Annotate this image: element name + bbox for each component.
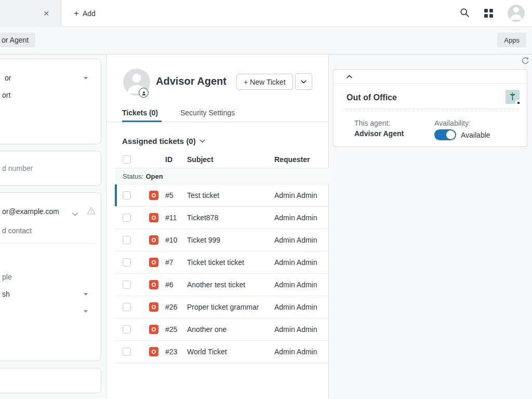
status-open-badge: O — [149, 235, 158, 245]
this-agent-label: This agent: — [354, 119, 434, 127]
assigned-tickets-toggle[interactable]: Assigned tickets (0) — [122, 137, 205, 145]
availability-label: Availability: — [434, 119, 520, 127]
column-header-subject[interactable]: Subject — [187, 155, 274, 164]
group-label: Status: — [123, 172, 143, 180]
ticket-requester: Admin Admin — [274, 325, 329, 334]
chevron-down-icon — [200, 139, 205, 143]
ticket-row[interactable]: O #6 Another test ticket Admin Admin — [115, 274, 329, 296]
page-title: Advisor Agent — [156, 75, 227, 87]
search-icon — [460, 8, 470, 19]
apps-button[interactable]: Apps — [497, 33, 526, 47]
refresh-icon — [521, 59, 529, 66]
row-checkbox[interactable] — [123, 281, 131, 289]
close-icon[interactable]: ✕ — [43, 10, 49, 17]
detail-field-label: ple — [2, 272, 12, 282]
ticket-subject[interactable]: Ticket878 — [187, 214, 274, 222]
add-button[interactable]: + Add — [70, 0, 100, 26]
tab-closable[interactable]: ✕ — [0, 0, 61, 27]
group-field-value[interactable]: ort — [2, 90, 10, 100]
this-agent-value: Advisor Agent — [354, 129, 434, 138]
column-header-requester[interactable]: Requester — [274, 155, 329, 164]
ticket-subject[interactable]: Proper ticket grammar — [187, 303, 274, 311]
warning-icon — [87, 207, 96, 217]
ticket-subject[interactable]: Another test ticket — [187, 281, 274, 289]
ticket-row[interactable]: O #10 Ticket 999 Admin Admin — [115, 229, 329, 251]
ticket-row[interactable]: O #11 Ticket878 Admin Admin — [115, 207, 329, 229]
row-checkbox[interactable] — [123, 214, 131, 222]
timezone-caret-icon[interactable] — [84, 310, 88, 313]
empty-card — [0, 368, 101, 393]
phone-card: d number — [0, 151, 101, 186]
refresh-apps-button[interactable] — [521, 57, 529, 66]
group-value: Open — [145, 172, 163, 180]
availability-toggle[interactable] — [434, 129, 456, 140]
ticket-subject[interactable]: Test ticket — [187, 191, 274, 200]
new-ticket-caret-button[interactable] — [295, 73, 312, 90]
add-contact-link[interactable]: d contact — [2, 226, 32, 235]
row-checkbox[interactable] — [123, 325, 131, 334]
new-ticket-button[interactable]: + New Ticket — [236, 74, 293, 90]
status-open-badge: O — [149, 302, 158, 312]
ticket-row[interactable]: O #25 Another one Admin Admin — [115, 318, 329, 341]
collapse-app-strip[interactable] — [334, 70, 527, 84]
tab-security-settings[interactable]: Security Settings — [180, 109, 235, 117]
availability-field: Availability: Available — [434, 119, 520, 140]
breadcrumb-tab[interactable]: or Agent — [0, 33, 35, 47]
language-field-value[interactable]: sh — [2, 289, 10, 299]
status-group-row: Status: Open — [115, 168, 329, 184]
role-caret-icon[interactable] — [84, 77, 88, 79]
ticket-requester: Admin Admin — [274, 303, 329, 311]
status-open-badge: O — [149, 258, 158, 267]
ticket-id: #10 — [165, 236, 187, 244]
ticket-requester: Admin Admin — [274, 258, 329, 267]
contact-card: or@example.com d contact ple sh — [0, 192, 101, 361]
apps-grid-button[interactable] — [484, 9, 493, 18]
row-checkbox[interactable] — [123, 236, 131, 244]
status-open-badge: O — [149, 347, 158, 356]
main-content: Advisor Agent + New Ticket Tickets (0) S… — [107, 55, 329, 399]
ticket-row[interactable]: O #26 Proper ticket grammar Admin Admin — [115, 296, 329, 318]
ticket-subject[interactable]: Ticket 999 — [187, 236, 274, 244]
email-chevron-down-icon[interactable] — [72, 209, 78, 218]
row-checkbox[interactable] — [123, 191, 131, 200]
apps-panel: Out of Office This agent: Adviso — [329, 55, 532, 399]
ticket-subject[interactable]: Ticket ticket ticket — [187, 258, 274, 267]
ticket-id: #26 — [165, 303, 187, 311]
profile-fields-card: or ort — [0, 59, 101, 144]
this-agent-field: This agent: Advisor Agent — [354, 119, 434, 140]
email-field-value[interactable]: or@example.com — [2, 207, 59, 216]
sidebar: or ort d number or@example.com d contact… — [0, 55, 107, 399]
ticket-subject[interactable]: World Ticket — [187, 348, 274, 356]
ticket-id: #7 — [165, 258, 187, 267]
row-checkbox[interactable] — [123, 303, 131, 311]
ticket-requester: Admin Admin — [274, 348, 329, 356]
agent-role-badge-icon — [139, 88, 149, 98]
phone-field-value[interactable]: d number — [2, 164, 33, 173]
language-caret-icon[interactable] — [84, 293, 88, 296]
ticket-row[interactable]: O #7 Ticket ticket ticket Admin Admin — [115, 251, 329, 274]
search-button[interactable] — [460, 8, 470, 19]
ticket-subject[interactable]: Another one — [187, 325, 274, 334]
ticket-row[interactable]: O #23 World Ticket Admin Admin — [115, 341, 329, 363]
status-open-badge: O — [149, 325, 158, 334]
row-checkbox[interactable] — [123, 348, 131, 356]
out-of-office-app-card: Out of Office This agent: Adviso — [333, 69, 527, 147]
row-checkbox[interactable] — [123, 258, 131, 267]
palm-icon-badge — [515, 100, 521, 105]
tab-tickets[interactable]: Tickets (0) — [122, 109, 158, 117]
out-of-office-body: Out of Office This agent: Adviso — [334, 84, 527, 140]
select-all-checkbox[interactable] — [123, 155, 131, 164]
chevron-up-icon — [347, 75, 352, 78]
ticket-row[interactable]: O #5 Test ticket Admin Admin — [115, 184, 329, 207]
sub-header: or Agent Apps — [0, 27, 532, 55]
column-header-id[interactable]: ID — [165, 155, 187, 164]
tickets-table: ID Subject Requester Status: Open O #5 T… — [115, 151, 329, 363]
dotted-divider — [343, 109, 520, 109]
availability-value: Available — [461, 131, 490, 139]
palm-tree-icon — [506, 90, 520, 104]
role-field-value[interactable]: or — [5, 73, 11, 83]
user-avatar[interactable] — [508, 5, 525, 22]
ticket-id: #25 — [165, 325, 187, 334]
ticket-rows: O #5 Test ticket Admin Admin O #11 Ticke… — [115, 184, 329, 363]
add-button-label: Add — [83, 9, 96, 18]
